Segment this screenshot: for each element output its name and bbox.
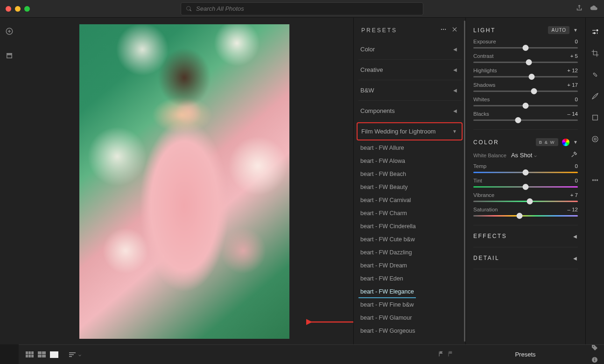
photo-preview[interactable]: [79, 24, 289, 339]
bw-toggle-button[interactable]: B & W: [536, 138, 558, 146]
slider-knob[interactable]: [523, 184, 529, 190]
svg-rect-29: [69, 352, 76, 353]
preset-item[interactable]: beart - FW Carnival: [358, 194, 462, 207]
canvas-area: [19, 18, 353, 344]
preset-item[interactable]: beart - FW Fine b&w: [358, 298, 462, 311]
white-balance-select[interactable]: As Shot⌵: [511, 152, 537, 159]
light-section: LIGHT AUTO ▼ Exposure0 Contrast+ 5 Highl…: [473, 18, 578, 130]
preset-group-creative[interactable]: Creative◀: [358, 60, 462, 80]
svg-point-16: [594, 180, 595, 181]
color-section: COLOR B & W ▼ White Balance As Shot⌵ Tem…: [473, 130, 578, 225]
shadows-slider[interactable]: Shadows+ 17: [473, 82, 578, 92]
whites-slider[interactable]: Whites0: [473, 97, 578, 106]
svg-point-36: [593, 346, 594, 347]
chevron-left-icon: ◀: [453, 88, 457, 93]
preset-item[interactable]: beart - FW Allure: [358, 141, 462, 154]
preset-group-film-wedding[interactable]: Film Wedding for Lightroom▼: [357, 122, 463, 140]
single-view-button[interactable]: [49, 351, 59, 358]
effects-section-header[interactable]: EFFECTS◀: [473, 225, 578, 247]
slider-knob[interactable]: [526, 59, 532, 65]
svg-rect-11: [593, 73, 597, 77]
preset-item-selected[interactable]: beart - FW Elegance: [358, 285, 416, 298]
chevron-down-icon[interactable]: ▼: [573, 140, 578, 145]
preset-item[interactable]: beart - FW Glamour: [358, 311, 462, 324]
presets-more-button[interactable]: [440, 26, 447, 35]
grid-large-view-button[interactable]: [37, 351, 47, 358]
minimize-window-button[interactable]: [15, 6, 21, 12]
vibrance-slider[interactable]: Vibrance+ 7: [473, 192, 578, 202]
svg-point-6: [441, 29, 442, 30]
auto-button[interactable]: AUTO: [548, 26, 569, 34]
right-toolbar: [585, 18, 604, 344]
share-button[interactable]: [575, 4, 583, 14]
detail-section-header[interactable]: DETAIL◀: [473, 247, 578, 269]
svg-rect-28: [50, 351, 58, 358]
healing-tool-button[interactable]: [590, 70, 600, 79]
cloud-sync-icon[interactable]: [590, 4, 598, 14]
highlights-slider[interactable]: Highlights+ 12: [473, 68, 578, 77]
info-button[interactable]: [591, 356, 598, 364]
tint-slider[interactable]: Tint0: [473, 178, 578, 188]
brush-tool-button[interactable]: [590, 91, 600, 101]
presets-title: PRESETS: [361, 27, 397, 34]
crop-tool-button[interactable]: [590, 49, 600, 58]
preset-item[interactable]: beart - FW Dream: [358, 259, 462, 272]
preset-item[interactable]: beart - FW Charm: [358, 207, 462, 220]
eyedropper-button[interactable]: [570, 151, 578, 160]
svg-rect-12: [592, 115, 597, 120]
flag-reject-button[interactable]: [447, 350, 454, 359]
svg-rect-26: [38, 355, 42, 357]
add-photos-button[interactable]: [5, 27, 14, 37]
temp-slider[interactable]: Temp0: [473, 163, 578, 173]
slider-knob[interactable]: [516, 213, 522, 219]
slider-knob[interactable]: [523, 103, 529, 109]
preset-item[interactable]: beart - FW Dazzling: [358, 246, 462, 259]
presets-close-button[interactable]: [451, 26, 458, 35]
slider-knob[interactable]: [515, 117, 521, 123]
preset-item[interactable]: beart - FW Alowa: [358, 154, 462, 168]
search-input[interactable]: [196, 5, 418, 12]
chevron-left-icon: ◀: [453, 108, 457, 113]
more-tools-button[interactable]: [590, 175, 600, 185]
radial-gradient-button[interactable]: [590, 134, 600, 144]
preset-item[interactable]: beart - FW Beauty: [358, 181, 462, 194]
presets-footer-button[interactable]: Presets: [465, 344, 585, 364]
flag-pick-button[interactable]: [437, 350, 445, 359]
preset-item[interactable]: beart - FW Cute b&w: [358, 233, 462, 246]
tag-button[interactable]: [591, 344, 598, 353]
slider-knob[interactable]: [531, 88, 537, 94]
sort-button[interactable]: ⌵: [69, 351, 81, 358]
preset-group-components[interactable]: Components◀: [358, 101, 462, 121]
svg-rect-24: [38, 351, 42, 354]
search-bar[interactable]: [181, 2, 423, 15]
close-window-button[interactable]: [6, 6, 11, 12]
color-mixer-button[interactable]: [562, 139, 569, 146]
maximize-window-button[interactable]: [24, 6, 30, 12]
preset-item[interactable]: beart - FW Cinderella: [358, 220, 462, 233]
linear-gradient-button[interactable]: [590, 113, 600, 122]
svg-rect-3: [7, 53, 12, 55]
exposure-slider[interactable]: Exposure0: [473, 39, 578, 49]
blacks-slider[interactable]: Blacks– 14: [473, 111, 578, 121]
preset-group-color[interactable]: Color◀: [358, 39, 462, 60]
preset-item[interactable]: beart - FW Beach: [358, 168, 462, 181]
svg-rect-4: [7, 55, 12, 58]
contrast-slider[interactable]: Contrast+ 5: [473, 53, 578, 63]
slider-knob[interactable]: [527, 198, 533, 204]
chevron-down-icon: ⌵: [78, 352, 81, 357]
chevron-down-icon[interactable]: ▼: [573, 28, 578, 33]
preset-item[interactable]: beart - FW Eden: [358, 272, 462, 285]
saturation-slider[interactable]: Saturation– 12: [473, 207, 578, 217]
svg-rect-25: [42, 351, 46, 354]
slider-knob[interactable]: [529, 74, 535, 80]
grid-small-view-button[interactable]: [25, 351, 35, 358]
archive-button[interactable]: [5, 51, 14, 62]
preset-item[interactable]: beart - FW Gorgeous: [358, 324, 462, 337]
slider-knob[interactable]: [523, 169, 529, 175]
slider-knob[interactable]: [523, 45, 529, 51]
svg-rect-38: [594, 359, 595, 361]
svg-rect-22: [28, 355, 31, 357]
preset-group-bw[interactable]: B&W◀: [358, 80, 462, 101]
edit-tool-button[interactable]: [590, 27, 600, 36]
chevron-left-icon: ◀: [573, 234, 578, 239]
